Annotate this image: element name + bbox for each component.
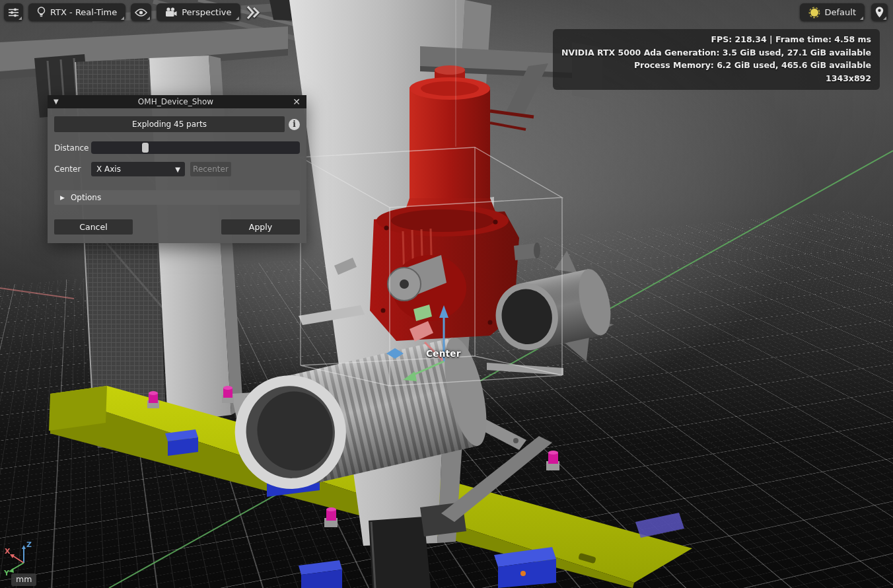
stats-resolution: 1343x892: [561, 72, 871, 85]
close-icon[interactable]: ✕: [293, 97, 301, 106]
map-pin-icon: [875, 7, 884, 18]
camera-label: Perspective: [182, 7, 231, 17]
dialog-header[interactable]: ▼ OMH_Device_Show ✕: [48, 95, 306, 108]
distance-slider[interactable]: [91, 141, 300, 154]
center-label: Center: [54, 165, 91, 174]
axis-x-label: X: [5, 547, 11, 556]
stats-process-memory: Process Memory: 6.2 GiB used, 465.6 GiB …: [561, 59, 871, 72]
dialog-body: Exploding 45 parts i Distance Center X A…: [48, 108, 306, 243]
sun-icon: [808, 7, 820, 18]
recenter-button[interactable]: Recenter: [190, 162, 231, 176]
lighting-mode-label: Default: [825, 7, 857, 17]
explode-status-bar: Exploding 45 parts: [54, 116, 285, 132]
center-axis-value: X Axis: [96, 165, 121, 174]
dialog-title: OMH_Device_Show: [59, 97, 293, 106]
options-expander[interactable]: ▶ Options: [54, 190, 300, 205]
viewport-toolbar-right: Default: [800, 3, 888, 21]
render-mode-button[interactable]: RTX - Real-Time: [28, 3, 125, 21]
options-label: Options: [71, 193, 101, 202]
distance-slider-handle[interactable]: [142, 143, 149, 153]
axis-z-label: Z: [26, 540, 32, 549]
sliders-icon: [8, 7, 19, 18]
performance-stats-overlay: FPS: 218.34 | Frame time: 4.58 ms NVIDIA…: [553, 29, 880, 90]
viewport-3d[interactable]: Center Z X Y mm RTX - Real-Time: [0, 0, 893, 588]
double-chevron-right-icon: [246, 5, 260, 20]
explode-dialog: ▼ OMH_Device_Show ✕ Exploding 45 parts i…: [48, 95, 306, 243]
gizmo-center-label: Center: [426, 348, 461, 359]
axis-orientation-gizmo: Z X Y: [1, 539, 50, 576]
stats-gpu-memory: NVIDIA RTX 5000 Ada Generation: 3.5 GiB …: [561, 46, 871, 59]
center-axis-dropdown[interactable]: X Axis ▼: [91, 162, 185, 176]
lightbulb-icon: [37, 7, 46, 18]
expand-arrow-icon: ▶: [60, 194, 65, 201]
camera-icon: [165, 7, 177, 17]
eye-icon: [135, 8, 147, 17]
distance-label: Distance: [54, 143, 91, 153]
stats-fps: FPS: 218.34 | Frame time: 4.58 ms: [561, 33, 871, 46]
cancel-button[interactable]: Cancel: [54, 219, 133, 235]
units-badge: mm: [11, 573, 36, 586]
camera-button[interactable]: Perspective: [157, 3, 240, 21]
apply-button[interactable]: Apply: [221, 219, 300, 235]
location-button[interactable]: [871, 3, 888, 21]
render-settings-button[interactable]: [4, 3, 23, 21]
toolbar-expand-button[interactable]: [246, 5, 260, 20]
viewport-toolbar-left: RTX - Real-Time Perspective: [4, 3, 260, 21]
visibility-button[interactable]: [131, 3, 151, 21]
collapse-icon[interactable]: ▼: [54, 98, 59, 105]
info-icon[interactable]: i: [289, 119, 300, 130]
chevron-down-icon: ▼: [175, 166, 185, 173]
axis-y-label: Y: [3, 569, 10, 576]
lighting-mode-button[interactable]: Default: [800, 3, 865, 21]
render-mode-label: RTX - Real-Time: [50, 7, 117, 17]
